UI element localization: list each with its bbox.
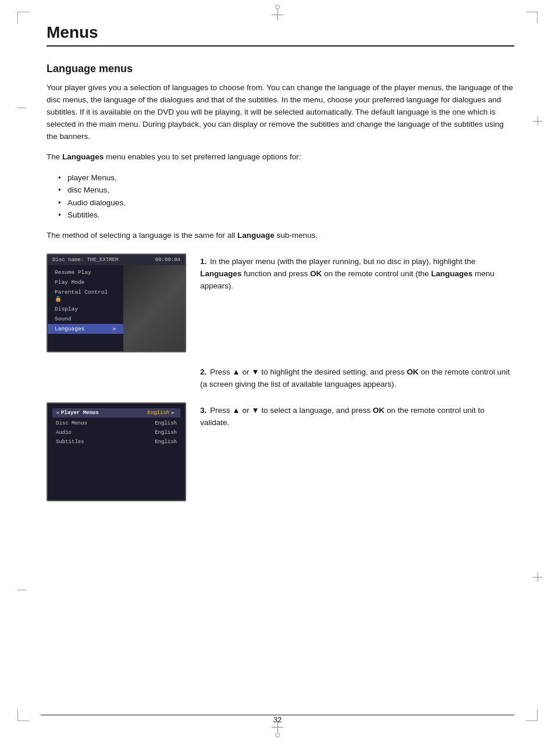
step-1-number: 1. (200, 257, 207, 266)
player-menus-value: English (147, 410, 169, 416)
page-number: 32 (273, 715, 282, 724)
menu-item-languages: Languages ▶ (48, 324, 123, 334)
languages-intro: The Languages menu enables you to set pr… (47, 151, 514, 163)
step-3-text: 3. Press ▲ or ▼ to select a language, an… (200, 402, 514, 429)
corner-mark-bl (17, 709, 29, 721)
crosshair-bottom-circle (275, 733, 280, 737)
audio-value: English (155, 430, 177, 436)
corner-mark-tl (17, 12, 29, 23)
crosshair-top (272, 9, 283, 20)
screen-1-right (123, 265, 185, 351)
lang-arrow-left: ◀ (56, 410, 59, 415)
bullet-item-1: player Menus, (58, 172, 514, 184)
screen-1-left: Resume Play Play Mode Parental Control 🔒… (48, 265, 123, 351)
disc-menus-row: Disc Menus English (52, 419, 180, 428)
menu-item-resume: Resume Play (48, 268, 123, 277)
step-1-row: Disc name: THE_EXTREM 00:00:04 Resume Pl… (47, 254, 514, 352)
menu-item-display: Display (48, 304, 123, 314)
step-3-number: 3. (200, 406, 207, 415)
languages-arrow: ▶ (113, 326, 116, 332)
menu-item-parental: Parental Control 🔒 (48, 287, 123, 304)
screen-1-menu: Resume Play Play Mode Parental Control 🔒… (48, 265, 123, 336)
disc-menus-value: English (155, 420, 177, 426)
step-1-text: 1. In the player menu (with the player r… (200, 254, 514, 293)
subtitles-row: Subtitles English (52, 437, 180, 447)
page-title: Menus (47, 23, 514, 47)
menu-item-playmode: Play Mode (48, 277, 123, 287)
lang-arrow-right: ▶ (172, 410, 175, 415)
screen-mockup-2: ◀ Player Menus English ▶ Disc Menus Engl… (47, 402, 186, 501)
intro-paragraph: Your player gives you a selection of lan… (47, 82, 514, 143)
section-heading: Language menus (47, 63, 514, 75)
crosshair-right-bottom (533, 572, 542, 582)
corner-mark-tr (526, 12, 538, 23)
step-2-number: 2. (200, 368, 207, 376)
step-2-row: 2. Press ▲ or ▼ to highlight the desired… (200, 364, 514, 391)
screen-header-1: Disc name: THE_EXTREM 00:00:04 (48, 255, 185, 265)
audio-row: Audio English (52, 428, 180, 437)
page-container: Menus Language menus Your player gives y… (0, 0, 555, 756)
left-mark-bottom (17, 590, 26, 590)
bullet-list: player Menus, disc Menus, Audio dialogue… (58, 172, 514, 222)
step-3-row: ◀ Player Menus English ▶ Disc Menus Engl… (47, 402, 514, 501)
menu-item-sound: Sound (48, 314, 123, 324)
left-mark-top (17, 108, 26, 108)
screen-1-content: Resume Play Play Mode Parental Control 🔒… (48, 265, 185, 351)
audio-label: Audio (56, 430, 72, 436)
subtitles-value: English (155, 439, 177, 445)
player-menus-label: Player Menus (61, 410, 148, 416)
corner-mark-br (526, 709, 538, 721)
disc-time: 00:00:04 (155, 257, 180, 263)
crosshair-right-top (533, 116, 542, 126)
screen-mockup-1: Disc name: THE_EXTREM 00:00:04 Resume Pl… (47, 254, 186, 352)
bullet-item-2: disc Menus, (58, 184, 514, 197)
screen-2-content: ◀ Player Menus English ▶ Disc Menus Engl… (48, 404, 185, 451)
crosshair-top-circle (275, 5, 280, 9)
lang-header-row: ◀ Player Menus English ▶ (52, 408, 180, 418)
step-2-text: 2. Press ▲ or ▼ to highlight the desired… (200, 364, 514, 391)
disc-name: Disc name: THE_EXTREM (52, 257, 118, 263)
method-text: The method of selecting a language is th… (47, 230, 514, 242)
disc-menus-label: Disc Menus (56, 420, 87, 426)
bullet-item-3: Audio dialogues, (58, 197, 514, 209)
steps-section: Disc name: THE_EXTREM 00:00:04 Resume Pl… (47, 254, 514, 501)
bullet-item-4: Subtitles. (58, 209, 514, 222)
subtitles-label: Subtitles (56, 439, 84, 445)
